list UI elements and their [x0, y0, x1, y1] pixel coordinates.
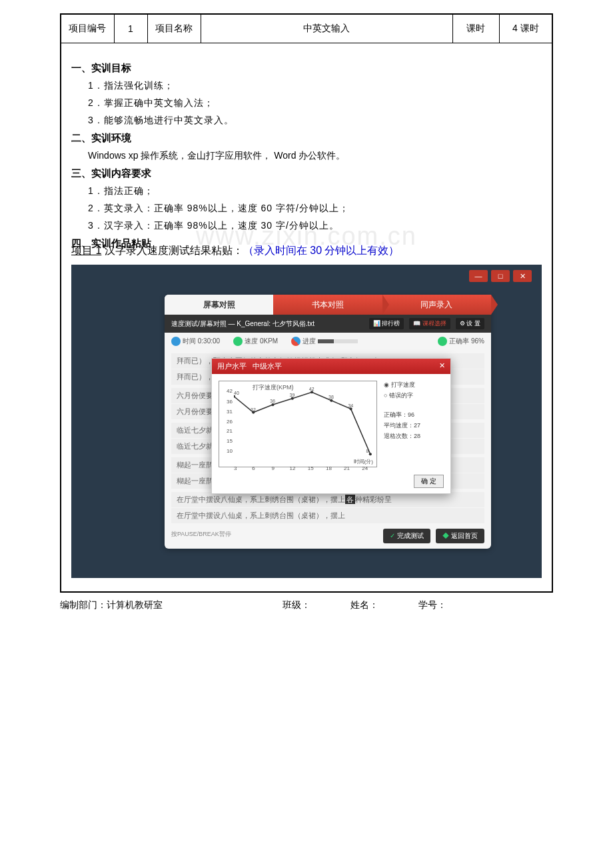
close-icon[interactable]: ✕	[513, 270, 532, 282]
svg-point-5	[330, 399, 332, 402]
src-line-5: 在厅堂中摆设八仙桌，系上刺绣台围（桌裙），摆上各种精彩纷呈	[171, 492, 484, 507]
content-cell: 一、实训目标 1．指法强化训练； 2．掌握正确中英文输入法； 3．能够流畅地进行…	[61, 43, 552, 593]
radio-errors[interactable]: ○ 错误的字	[384, 391, 444, 400]
s1-item-3: 3．能够流畅地进行中英文录入。	[88, 115, 542, 127]
y-axis: 42 36 31 26 21 15 10	[221, 388, 234, 457]
footer: 编制部门：计算机教研室 班级： 姓名： 学号：	[60, 593, 553, 618]
tab-voice[interactable]: 同声录入	[382, 295, 491, 315]
hdr-col4-val: 中英文输入	[201, 14, 452, 43]
tab-screen[interactable]: 屏幕对照	[165, 295, 273, 315]
footer-name: 姓名：	[350, 599, 378, 611]
app-panel: 屏幕对照 书本对照 同声录入 速度测试/屏幕对照 — K_General: 七夕…	[165, 295, 491, 549]
section-3-title: 三、实训内容要求	[71, 167, 542, 180]
s3-item-3: 3．汉字录入：正确率 98%以上，速度 30 字/分钟以上。	[88, 220, 542, 232]
home-button[interactable]: ◆ 返回首页	[436, 529, 484, 543]
typing-app-screenshot: — □ ✕ 屏幕对照 书本对照 同声录入 速度测试/屏幕对照 — K_	[71, 265, 542, 578]
toolbar: 速度测试/屏幕对照 — K_General: 七夕节风俗.txt 📊 排行榜 📖…	[165, 315, 491, 333]
input-line-5[interactable]: 在厅堂中摆设八仙桌，系上刺绣台围（桌裙），摆上	[171, 508, 484, 523]
settings-button[interactable]: ⚙ 设 置	[456, 318, 484, 329]
stat-accuracy: 正确率：96	[384, 411, 444, 419]
accuracy-stat: 正确率 96%	[438, 337, 484, 346]
ranking-button[interactable]: 📊 排行榜	[369, 318, 404, 329]
modal-header: 用户水平 中级水平 ✕	[212, 359, 450, 374]
progress-stat: 进度	[291, 337, 358, 346]
progress-icon	[291, 337, 301, 346]
footer-id: 学号：	[418, 599, 446, 611]
hdr-col1-label: 项目编号	[61, 14, 114, 43]
svg-point-3	[291, 397, 294, 400]
chart-stats: ◉ 打字速度 ○ 错误的字 正确率：96 平均速度：27 退格次数：28	[384, 381, 444, 467]
tab-book[interactable]: 书本对照	[273, 295, 382, 315]
svg-point-2	[271, 403, 274, 406]
stat-avg-speed: 平均速度：27	[384, 421, 444, 430]
text-block-5: 在厅堂中摆设八仙桌，系上刺绣台围（桌裙），摆上各种精彩纷呈 在厅堂中摆设八仙桌，…	[171, 492, 484, 523]
svg-point-7	[369, 453, 372, 455]
main-table: 项目编号 1 项目名称 中英文输入 课时 4 课时 一、实训目标 1．指法强化训…	[60, 13, 553, 593]
result-modal: 用户水平 中级水平 ✕ 打字速度(KPM) 42 36 31	[211, 358, 451, 494]
finish-button[interactable]: ✓ 完成测试	[383, 529, 430, 543]
s2-content: Windows xp 操作系统，金山打字应用软件， Word 办公软件。	[88, 150, 542, 162]
confirm-button[interactable]: 确 定	[414, 475, 444, 488]
footer-class: 班级：	[283, 599, 310, 611]
hdr-col6-val: 4 课时	[499, 14, 552, 43]
svg-point-6	[349, 407, 352, 410]
x-label: 时间(分)	[354, 458, 373, 465]
radio-speed[interactable]: ◉ 打字速度	[384, 381, 444, 389]
hdr-col2-val: 1	[114, 14, 147, 43]
svg-point-4	[310, 391, 313, 393]
tabs: 屏幕对照 书本对照 同声录入	[165, 295, 491, 315]
stats-bar: 时间 0:30:00 速度 0KPM 进度 正确率 96%	[165, 333, 491, 350]
hdr-col5-label: 课时	[452, 14, 499, 43]
window-controls: — □ ✕	[469, 270, 532, 282]
s1-item-2: 2．掌握正确中英文输入法；	[88, 97, 542, 109]
project-title: 项目 1 汉字录入速度测试结果粘贴：（录入时间在 30 分钟以上有效）	[71, 244, 542, 258]
minimize-icon[interactable]: —	[469, 270, 488, 282]
section-2-title: 二、实训环境	[71, 132, 542, 145]
speed-stat: 速度 0KPM	[233, 337, 278, 346]
section-1-title: 一、实训目标	[71, 62, 542, 75]
project-note: （录入时间在 30 分钟以上有效）	[243, 245, 400, 256]
maximize-icon[interactable]: □	[491, 270, 510, 282]
s3-item-2: 2．英文录入：正确率 98%以上，速度 60 字符/分钟以上；	[88, 203, 542, 215]
svg-point-1	[252, 411, 255, 413]
stat-backspace: 退格次数：28	[384, 432, 444, 441]
clock-icon	[171, 337, 181, 346]
header-row: 项目编号 1 项目名称 中英文输入 课时 4 课时	[61, 14, 552, 43]
accuracy-icon	[438, 337, 447, 346]
time-stat: 时间 0:30:00	[171, 337, 220, 346]
speed-icon	[233, 337, 243, 346]
project-desc: 汉字录入速度测试结果粘贴：	[101, 245, 243, 256]
project-label: 项目 1	[71, 245, 101, 256]
s1-item-1: 1．指法强化训练；	[88, 80, 542, 92]
breadcrumb: 速度测试/屏幕对照 — K_General: 七夕节风俗.txt	[171, 319, 314, 329]
s3-item-1: 1．指法正确；	[88, 185, 542, 197]
modal-close-icon[interactable]: ✕	[439, 361, 445, 371]
hdr-col3-label: 项目名称	[147, 14, 201, 43]
course-button[interactable]: 📖 课程选择	[409, 318, 450, 329]
chart-line	[234, 388, 373, 458]
speed-chart: 打字速度(KPM) 42 36 31 26 21 15 10	[219, 381, 377, 467]
footer-dept: 编制部门：计算机教研室	[60, 599, 163, 611]
